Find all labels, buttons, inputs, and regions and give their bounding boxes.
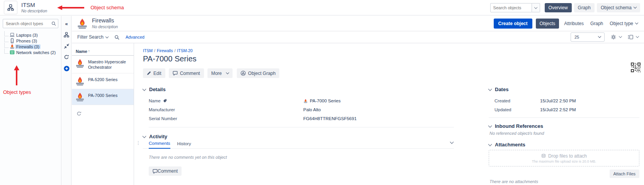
- create-object-button[interactable]: Create object: [494, 19, 532, 29]
- add-comment-button[interactable]: Comment: [149, 166, 182, 176]
- schema-header: ITSM No description Object schema Overvi…: [0, 0, 644, 15]
- breadcrumb-type-link[interactable]: Firewalls: [157, 48, 173, 53]
- collapse-sidebar-button[interactable]: «: [63, 20, 70, 27]
- object-row-maestro[interactable]: Maestro Hyperscale Orchestrator: [72, 56, 134, 73]
- object-type-subtitle: No description: [92, 24, 118, 29]
- chevron-down-icon: [488, 87, 492, 91]
- attachments-section-header[interactable]: Attachments: [489, 142, 639, 148]
- dates-heading: Dates: [495, 87, 508, 92]
- attach-files-button[interactable]: Attach Files: [610, 170, 639, 178]
- collapse-activity-icon[interactable]: [450, 140, 454, 144]
- attribute-value: Palo Alto: [303, 107, 321, 112]
- attachment-dropzone[interactable]: Drop files to attach The maximum file up…: [489, 150, 639, 166]
- page-size-select[interactable]: 25: [571, 32, 605, 42]
- firewall-icon: [10, 44, 15, 49]
- chevron-down-icon: [143, 87, 146, 91]
- more-label: More: [211, 71, 222, 76]
- refresh-list-icon[interactable]: [76, 111, 82, 116]
- object-type-tree: Laptops (3) Phones (3) Firewalls (3): [3, 32, 58, 55]
- detail-row-manufacturer: Manufacturer Palo Alto: [143, 105, 454, 114]
- edit-label: Edit: [153, 71, 161, 76]
- chevron-down-icon: [598, 35, 601, 38]
- tab-objects[interactable]: Objects: [536, 19, 559, 29]
- qr-code[interactable]: [630, 62, 641, 73]
- firewalls-type-icon: [76, 18, 88, 29]
- attribute-label: Manufacturer: [149, 107, 175, 112]
- object-name-link[interactable]: PA-7000 Series: [303, 98, 341, 103]
- more-button[interactable]: More: [207, 68, 233, 78]
- date-row-created: Created 15/Jul/22 2:50 PM: [489, 97, 639, 105]
- network-switch-icon: [10, 50, 15, 55]
- object-title: PA-7000 Series: [143, 54, 640, 63]
- comment-button[interactable]: Comment: [169, 68, 204, 78]
- view-layout-dropdown-button[interactable]: [628, 34, 639, 40]
- chevron-down-icon: [619, 35, 622, 38]
- tab-graph[interactable]: Graph: [589, 21, 605, 26]
- add-object-type-button[interactable]: [63, 65, 70, 71]
- object-schema-menu-button[interactable]: Object schema: [597, 3, 640, 12]
- annotation-object-types: Object types: [3, 89, 46, 95]
- object-type-menu-button[interactable]: Object type: [608, 21, 639, 26]
- object-list-header[interactable]: Name ↑: [72, 48, 134, 56]
- dates-section-header[interactable]: Dates: [489, 87, 639, 92]
- sidebar-item-phones[interactable]: Phones (3): [3, 38, 58, 44]
- attribute-label: Serial Number: [149, 116, 177, 121]
- schema-tree-button[interactable]: [63, 32, 70, 38]
- details-section-header[interactable]: Details: [143, 87, 454, 92]
- tab-history[interactable]: History: [177, 141, 191, 148]
- search-icon: [51, 21, 56, 26]
- object-type-menu-label: Object type: [610, 21, 633, 26]
- attachments-empty-message: There are no attachments: [489, 179, 639, 184]
- sidebar-item-laptops[interactable]: Laptops (3): [3, 32, 58, 38]
- breadcrumb-schema-link[interactable]: ITSM: [143, 48, 153, 53]
- object-row-pa7000[interactable]: PA-7000 Series: [72, 89, 134, 105]
- tab-comments[interactable]: Comments: [149, 141, 170, 149]
- edit-button[interactable]: Edit: [143, 68, 165, 78]
- sidebar-item-firewalls[interactable]: Firewalls (3): [3, 44, 58, 49]
- breadcrumb-object-key-link[interactable]: ITSM-20: [177, 48, 192, 53]
- speech-bubble-icon: [153, 169, 158, 174]
- comment-label: Comment: [180, 71, 200, 76]
- annotation-arrow-up-icon: [14, 65, 19, 85]
- object-row-label: Maestro Hyperscale Orchestrator: [88, 58, 131, 70]
- search-objects-input[interactable]: [490, 3, 532, 12]
- chevron-down-icon: [226, 71, 229, 74]
- advanced-search-link[interactable]: Advanced: [126, 35, 144, 39]
- laptop-icon: [10, 32, 15, 37]
- schema-title: ITSM: [21, 2, 47, 8]
- sidebar-item-network-switches[interactable]: Network switches (2): [3, 49, 58, 55]
- chevron-down-icon: [534, 5, 537, 8]
- upload-size-hint: The maximum file upload size is 20.0 MB.: [491, 160, 637, 163]
- inbound-references-section-header[interactable]: Inbound References: [489, 123, 639, 129]
- drag-handle-icon[interactable]: ⋮: [136, 140, 141, 146]
- tab-attributes[interactable]: Attributes: [562, 21, 585, 26]
- speech-bubble-icon: [173, 71, 178, 76]
- firewall-icon: [75, 92, 85, 102]
- list-view-icon: [628, 34, 633, 40]
- object-row-pa5200[interactable]: PA-5200 Series: [72, 73, 134, 89]
- date-label: Created: [494, 98, 540, 103]
- sidebar-item-label: Network switches (2): [16, 50, 56, 55]
- activity-heading: Activity: [149, 134, 167, 139]
- search-objects-dropdown-button[interactable]: [532, 3, 540, 12]
- overview-button[interactable]: Overview: [545, 3, 572, 12]
- date-label: Updated: [494, 107, 540, 112]
- object-detail: ITSM/Firewalls/ITSM-20 PA-7000 Series Ed…: [134, 43, 644, 185]
- divider: [489, 117, 639, 118]
- filter-search-dropdown[interactable]: Filter Search: [77, 34, 108, 40]
- details-heading: Details: [149, 87, 166, 92]
- tag-icon: [163, 99, 167, 103]
- settings-dropdown-button[interactable]: [611, 34, 622, 40]
- refresh-icon[interactable]: [63, 54, 70, 60]
- search-object-types-input[interactable]: [3, 19, 58, 28]
- collapse-expand-tree-button[interactable]: [63, 43, 70, 49]
- inbound-references-empty-message: No referenced object/s found: [489, 131, 639, 136]
- firewall-icon: [303, 99, 308, 103]
- breadcrumb-separator: /: [154, 48, 155, 53]
- object-types-sidebar: Laptops (3) Phones (3) Firewalls (3): [0, 16, 61, 185]
- graph-button[interactable]: Graph: [574, 3, 595, 12]
- breadcrumb-separator: /: [174, 48, 175, 53]
- activity-section-header[interactable]: Activity: [143, 134, 454, 139]
- object-graph-button[interactable]: Object Graph: [237, 68, 279, 78]
- search-icon[interactable]: [114, 35, 119, 40]
